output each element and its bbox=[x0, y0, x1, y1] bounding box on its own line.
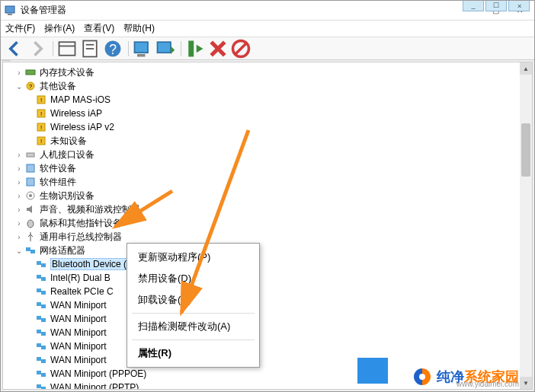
ctx-separator bbox=[132, 313, 255, 314]
tree-node-network-adapters[interactable]: ⌄网络适配器 bbox=[3, 244, 520, 257]
svg-rect-0 bbox=[5, 6, 14, 13]
ctx-properties[interactable]: 属性(R) bbox=[127, 343, 259, 364]
svg-rect-43 bbox=[41, 318, 46, 322]
svg-rect-28 bbox=[27, 178, 34, 186]
unknown-device-icon: ! bbox=[35, 121, 47, 133]
svg-rect-52 bbox=[37, 384, 41, 388]
shadow-window-controls: _ ☐ ⨉ bbox=[463, 0, 530, 11]
svg-rect-1 bbox=[8, 14, 12, 15]
decorative-blue-block bbox=[357, 358, 388, 384]
svg-rect-27 bbox=[27, 164, 34, 172]
svg-text:!: ! bbox=[40, 97, 42, 104]
scroll-up-icon[interactable]: ▲ bbox=[520, 62, 532, 75]
menubar: 文件(F) 操作(A) 查看(V) 帮助(H) bbox=[1, 21, 534, 37]
tree-node-other[interactable]: ⌄?其他设备 bbox=[3, 79, 520, 93]
svg-rect-46 bbox=[37, 343, 41, 347]
memory-icon bbox=[24, 66, 37, 78]
update-driver-button[interactable] bbox=[155, 39, 176, 59]
disable-device-button[interactable] bbox=[230, 39, 251, 59]
ctx-scan-hardware[interactable]: 扫描检测硬件改动(A) bbox=[127, 316, 259, 337]
nav-back-button[interactable] bbox=[4, 39, 25, 59]
biometric-icon bbox=[24, 190, 37, 202]
svg-point-59 bbox=[419, 374, 425, 380]
mouse-icon bbox=[24, 217, 37, 229]
svg-text:?: ? bbox=[109, 42, 117, 57]
network-adapter-icon bbox=[35, 381, 47, 389]
tree-node-bluetooth-device[interactable]: Bluetooth Device (Personal Area Network) bbox=[3, 257, 520, 271]
tree-node-hid[interactable]: ›人机接口设备 bbox=[3, 148, 520, 161]
context-menu: 更新驱动程序(P) 禁用设备(D) 卸载设备(U) 扫描检测硬件改动(A) 属性… bbox=[127, 243, 260, 368]
menu-action[interactable]: 操作(A) bbox=[44, 22, 75, 35]
tree-node-wiapv2[interactable]: !Wireless iAP v2 bbox=[3, 120, 520, 134]
tree-node-mapmas[interactable]: !MAP MAS-iOS bbox=[3, 93, 520, 107]
unknown-device-icon: ! bbox=[35, 135, 47, 147]
tree-node-mouse[interactable]: ›鼠标和其他指针设备 bbox=[3, 216, 520, 230]
show-hidden-button[interactable] bbox=[56, 39, 78, 59]
menu-help[interactable]: 帮助(H) bbox=[123, 22, 155, 35]
tree-node-wiap[interactable]: !Wireless iAP bbox=[3, 107, 520, 120]
svg-rect-50 bbox=[37, 371, 41, 374]
svg-rect-2 bbox=[59, 42, 75, 56]
watermark: 纯净系统家园 www.yidaimei.com bbox=[412, 367, 519, 387]
scroll-thumb[interactable] bbox=[521, 123, 530, 177]
ctx-uninstall-device[interactable]: 卸载设备(U) bbox=[127, 289, 259, 311]
menu-file[interactable]: 文件(F) bbox=[5, 22, 35, 35]
ctx-disable-device[interactable]: 禁用设备(D) bbox=[127, 268, 259, 289]
scroll-down-icon[interactable]: ▼ bbox=[520, 377, 532, 389]
tree-node-wan-1[interactable]: WAN Miniport bbox=[3, 298, 520, 312]
svg-rect-41 bbox=[41, 304, 46, 308]
tree-node-swcomp[interactable]: ›软件组件 bbox=[3, 175, 520, 189]
ctx-update-driver[interactable]: 更新驱动程序(P) bbox=[127, 247, 259, 268]
svg-rect-9 bbox=[135, 42, 149, 53]
tree-node-usb[interactable]: ›通用串行总线控制器 bbox=[3, 230, 520, 244]
svg-rect-45 bbox=[41, 332, 46, 336]
svg-rect-10 bbox=[137, 54, 146, 57]
svg-rect-44 bbox=[37, 330, 41, 333]
app-icon bbox=[4, 5, 16, 17]
tree-node-intel[interactable]: Intel(R) Dual B bbox=[3, 271, 520, 285]
nav-forward-button[interactable] bbox=[27, 39, 48, 59]
toolbar-separator bbox=[181, 41, 181, 56]
tree-node-wan-2[interactable]: WAN Miniport bbox=[3, 312, 520, 326]
tree-node-sound[interactable]: ›声音、视频和游戏控制器 bbox=[3, 202, 520, 216]
software-icon bbox=[24, 162, 37, 174]
svg-rect-36 bbox=[37, 275, 41, 279]
tree-node-wan-3[interactable]: WAN Miniport bbox=[3, 326, 520, 339]
shadow-min: _ bbox=[463, 0, 484, 11]
svg-rect-53 bbox=[41, 387, 46, 389]
toolbar-separator bbox=[128, 41, 129, 56]
network-icon bbox=[24, 244, 37, 257]
menu-view[interactable]: 查看(V) bbox=[84, 22, 114, 35]
help-button[interactable]: ? bbox=[102, 39, 123, 59]
shadow-max: ☐ bbox=[485, 0, 507, 11]
network-adapter-icon bbox=[35, 340, 47, 352]
titlebar[interactable]: 设备管理器 — ▢ ✕ bbox=[1, 1, 534, 21]
properties-button[interactable] bbox=[79, 39, 101, 59]
tree-node-memory[interactable]: ›内存技术设备 bbox=[3, 65, 520, 79]
svg-rect-37 bbox=[41, 277, 46, 281]
tree-node-swdev[interactable]: ›软件设备 bbox=[3, 161, 520, 175]
svg-rect-34 bbox=[37, 261, 41, 265]
enable-device-button[interactable] bbox=[184, 39, 206, 59]
network-adapter-icon bbox=[35, 313, 47, 325]
tree-node-unknowndev[interactable]: !未知设备 bbox=[3, 134, 520, 148]
tree-node-wan-4[interactable]: WAN Miniport bbox=[3, 339, 520, 353]
tree-node-biometric[interactable]: ›生物识别设备 bbox=[3, 189, 520, 202]
software-component-icon bbox=[24, 176, 37, 188]
scan-hardware-button[interactable] bbox=[132, 39, 153, 59]
svg-point-31 bbox=[27, 220, 34, 228]
svg-rect-40 bbox=[37, 302, 41, 306]
uninstall-device-button[interactable] bbox=[207, 39, 229, 59]
network-adapter-icon bbox=[35, 368, 47, 380]
device-tree[interactable]: ›内存技术设备 ⌄?其他设备 !MAP MAS-iOS !Wireless iA… bbox=[3, 62, 520, 389]
svg-rect-51 bbox=[41, 373, 46, 377]
network-adapter-icon bbox=[35, 354, 47, 366]
unknown-device-icon: ! bbox=[35, 107, 47, 120]
tree-node-realtek[interactable]: Realtek PCIe C bbox=[3, 285, 520, 298]
svg-rect-38 bbox=[37, 288, 41, 292]
ctx-separator bbox=[132, 339, 255, 340]
svg-rect-39 bbox=[41, 291, 46, 295]
tree-node-wan-5[interactable]: WAN Miniport bbox=[3, 353, 520, 367]
svg-rect-15 bbox=[26, 70, 35, 75]
vertical-scrollbar[interactable]: ▲ ▼ bbox=[520, 62, 532, 389]
